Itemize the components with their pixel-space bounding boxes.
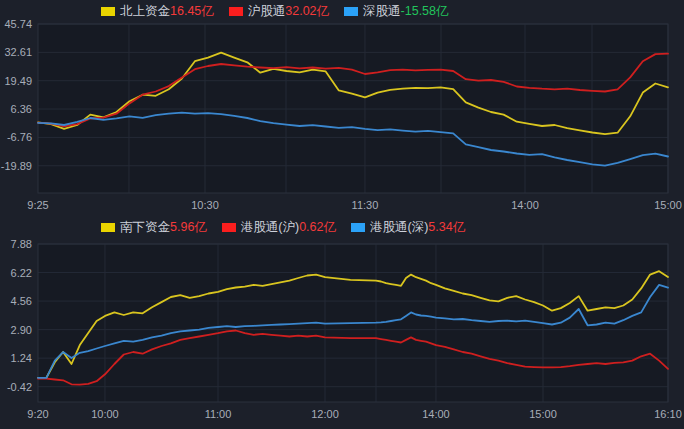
y-axis-label: 32.61: [4, 46, 32, 58]
legend-label: 北上资金: [120, 3, 170, 20]
x-axis-label: 10:30: [191, 199, 219, 211]
charts-canvas[interactable]: 45.7432.6119.496.36-6.76-19.899:2510:301…: [0, 0, 684, 429]
x-axis-label: 15:00: [529, 408, 557, 420]
legend-item-northbound-total: 北上资金 16.45亿: [101, 3, 214, 20]
x-axis-label: 14:00: [422, 408, 450, 420]
legend-value: 5.34亿: [428, 219, 465, 236]
y-axis-label: -19.89: [1, 160, 32, 172]
x-axis-label: 11:00: [205, 408, 232, 420]
x-axis-label: 9:20: [27, 408, 48, 420]
legend-value: 32.02亿: [285, 3, 329, 20]
legend-value: 16.45亿: [170, 3, 214, 20]
legend-label: 沪股通: [248, 3, 286, 20]
x-axis-label: 16:10: [654, 408, 682, 420]
y-axis-label: -6.76: [7, 131, 32, 143]
x-axis-label: 12:00: [311, 408, 339, 420]
blue-swatch-icon: [351, 223, 365, 232]
legend-value: 5.96亿: [170, 219, 207, 236]
y-axis-label: 7.88: [11, 238, 32, 250]
legend-item-hk-sh-connect: 港股通(沪) 0.62亿: [222, 219, 336, 236]
x-axis-label: 10:00: [91, 408, 119, 420]
legend-item-southbound-total: 南下资金 5.96亿: [101, 219, 207, 236]
y-axis-label: 45.74: [4, 18, 32, 30]
x-axis-label: 9:25: [27, 199, 48, 211]
y-axis-label: 19.49: [4, 75, 32, 87]
legend-label: 港股通(深): [370, 219, 428, 236]
legend-value: 0.62亿: [299, 219, 336, 236]
y-axis-label: 1.24: [11, 352, 32, 364]
legend-item-sz-connect: 深股通 -15.58亿: [344, 3, 448, 20]
y-axis-label: 2.90: [11, 324, 32, 336]
x-axis-label: 14:00: [511, 199, 539, 211]
yellow-swatch-icon: [101, 223, 115, 232]
legend-label: 南下资金: [120, 219, 170, 236]
plot-area[interactable]: [38, 24, 668, 193]
legend-item-hk-sz-connect: 港股通(深) 5.34亿: [351, 219, 465, 236]
legend-item-sh-connect: 沪股通 32.02亿: [229, 3, 329, 20]
y-axis-label: 6.36: [11, 103, 32, 115]
y-axis-label: -0.42: [7, 381, 32, 393]
northbound-legend: 北上资金 16.45亿 沪股通 32.02亿 深股通 -15.58亿: [101, 3, 449, 20]
y-axis-label: 4.56: [11, 295, 32, 307]
y-axis-label: 6.22: [11, 267, 32, 279]
red-swatch-icon: [229, 7, 243, 16]
legend-label: 深股通: [363, 3, 401, 20]
x-axis-label: 11:30: [352, 199, 379, 211]
blue-swatch-icon: [344, 7, 358, 16]
x-axis-label: 15:00: [654, 199, 682, 211]
capital-flow-chart-panel: 45.7432.6119.496.36-6.76-19.899:2510:301…: [0, 0, 684, 429]
legend-value: -15.58亿: [401, 3, 449, 20]
southbound-legend: 南下资金 5.96亿 港股通(沪) 0.62亿 港股通(深) 5.34亿: [101, 219, 465, 236]
legend-label: 港股通(沪): [241, 219, 299, 236]
yellow-swatch-icon: [101, 7, 115, 16]
red-swatch-icon: [222, 223, 236, 232]
